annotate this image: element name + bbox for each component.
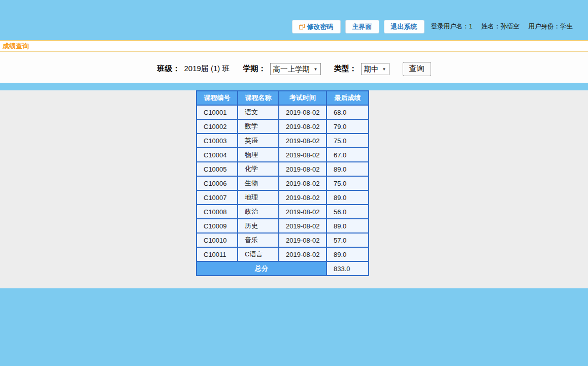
table-row: C10011C语言2019-08-0289.0 (197, 247, 369, 261)
table-cell: 56.0 (326, 205, 369, 219)
table-cell: 2019-08-02 (279, 119, 326, 134)
total-value: 833.0 (326, 261, 369, 276)
header-final-score: 最后成绩 (326, 91, 369, 105)
table-cell: 2019-08-02 (279, 176, 326, 190)
table-cell: 2019-08-02 (279, 190, 326, 205)
table-cell: 2019-08-02 (279, 148, 326, 162)
table-row: C10005化学2019-08-0289.0 (197, 162, 369, 176)
table-cell: C10002 (197, 119, 238, 134)
table-cell: C10006 (197, 176, 238, 190)
table-cell: 2019-08-02 (279, 162, 326, 176)
table-cell: 生物 (238, 176, 279, 190)
user-info: 登录用户名：1 姓名：孙悟空 用户身份：学生 (431, 22, 573, 31)
table-cell: C10009 (197, 219, 238, 233)
table-row: C10006生物2019-08-0275.0 (197, 176, 369, 190)
user-role: 用户身份：学生 (529, 23, 573, 30)
logout-button[interactable]: 退出系统 (384, 20, 424, 34)
header-course-code: 课程编号 (197, 91, 238, 105)
main-screen-label: 主界面 (352, 22, 372, 31)
table-row: C10001语文2019-08-0268.0 (197, 105, 369, 119)
table-cell: 2019-08-02 (279, 233, 326, 247)
table-row: C10004物理2019-08-0267.0 (197, 148, 369, 162)
table-cell: 2019-08-02 (279, 105, 326, 119)
user-name: 姓名：孙悟空 (481, 23, 519, 30)
table-cell: C10008 (197, 205, 238, 219)
header-course-name: 课程名称 (238, 91, 279, 105)
table-cell: 89.0 (326, 190, 369, 205)
table-cell: 政治 (238, 205, 279, 219)
breadcrumb: 成绩查询 (0, 40, 588, 52)
class-label: 班级： (157, 64, 180, 74)
table-footer-row: 总分 833.0 (197, 261, 369, 276)
page-title: 成绩查询 (3, 42, 29, 51)
table-cell: C10001 (197, 105, 238, 119)
table-cell: 物理 (238, 148, 279, 162)
type-select-wrap: 期中 ▼ (361, 63, 389, 75)
table-cell: 75.0 (326, 134, 369, 148)
table-row: C10008政治2019-08-0256.0 (197, 205, 369, 219)
total-label: 总分 (197, 261, 326, 276)
login-username: 登录用户名：1 (431, 23, 473, 30)
table-cell: 89.0 (326, 162, 369, 176)
filter-section: 班级： 2019届 (1) 班 学期： 高一上学期 ▼ 类型： 期中 ▼ 查询 (0, 52, 588, 83)
filter-row: 班级： 2019届 (1) 班 学期： 高一上学期 ▼ 类型： 期中 ▼ 查询 (157, 62, 431, 76)
semester-select[interactable]: 高一上学期 (271, 63, 320, 75)
table-row: C10007地理2019-08-0289.0 (197, 190, 369, 205)
table-cell: C10011 (197, 247, 238, 261)
table-cell: 2019-08-02 (279, 219, 326, 233)
topbar-actions: 修改密码 主界面 退出系统 登录用户名：1 姓名：孙悟空 用户身份：学生 (292, 20, 573, 34)
change-password-button[interactable]: 修改密码 (292, 20, 341, 34)
semester-label: 学期： (243, 64, 266, 74)
top-header-bar: 修改密码 主界面 退出系统 登录用户名：1 姓名：孙悟空 用户身份：学生 (0, 0, 588, 40)
table-row: C10010音乐2019-08-0257.0 (197, 233, 369, 247)
table-cell: C语言 (238, 247, 279, 261)
table-row: C10002数学2019-08-0279.0 (197, 119, 369, 134)
table-cell: 语文 (238, 105, 279, 119)
query-button[interactable]: 查询 (403, 62, 431, 76)
table-cell: C10010 (197, 233, 238, 247)
table-row: C10003英语2019-08-0275.0 (197, 134, 369, 148)
table-cell: 68.0 (326, 105, 369, 119)
header-exam-date: 考试时间 (279, 91, 326, 105)
table-cell: 89.0 (326, 219, 369, 233)
table-cell: 67.0 (326, 148, 369, 162)
table-cell: 89.0 (326, 247, 369, 261)
score-table-body: C10001语文2019-08-0268.0C10002数学2019-08-02… (197, 105, 369, 261)
change-password-icon (299, 24, 305, 29)
table-cell: 75.0 (326, 176, 369, 190)
main-screen-button[interactable]: 主界面 (345, 20, 379, 34)
table-cell: 数学 (238, 119, 279, 134)
table-cell: 2019-08-02 (279, 134, 326, 148)
table-cell: 2019-08-02 (279, 205, 326, 219)
table-cell: 英语 (238, 134, 279, 148)
table-cell: 57.0 (326, 233, 369, 247)
table-cell: C10004 (197, 148, 238, 162)
table-cell: C10007 (197, 190, 238, 205)
semester-select-wrap: 高一上学期 ▼ (270, 63, 321, 75)
table-cell: C10003 (197, 134, 238, 148)
table-cell: 地理 (238, 190, 279, 205)
table-cell: 历史 (238, 219, 279, 233)
change-password-label: 修改密码 (307, 22, 334, 31)
table-cell: 化学 (238, 162, 279, 176)
table-cell: 音乐 (238, 233, 279, 247)
results-section: 课程编号 课程名称 考试时间 最后成绩 C10001语文2019-08-0268… (0, 90, 588, 288)
table-cell: 79.0 (326, 119, 369, 134)
table-header-row: 课程编号 课程名称 考试时间 最后成绩 (197, 91, 369, 105)
score-table: 课程编号 课程名称 考试时间 最后成绩 C10001语文2019-08-0268… (196, 90, 369, 276)
type-select[interactable]: 期中 (362, 63, 389, 75)
table-cell: 2019-08-02 (279, 247, 326, 261)
type-label: 类型： (334, 64, 357, 74)
logout-label: 退出系统 (391, 22, 417, 31)
table-cell: C10005 (197, 162, 238, 176)
table-row: C10009历史2019-08-0289.0 (197, 219, 369, 233)
class-value: 2019届 (1) 班 (184, 64, 230, 74)
